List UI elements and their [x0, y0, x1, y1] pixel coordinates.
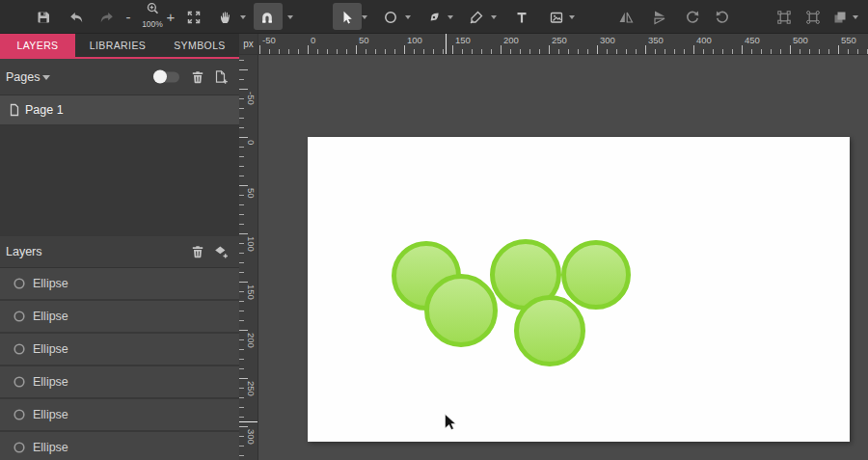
- ruler-label: 250: [552, 35, 567, 45]
- ruler-label: 50: [359, 35, 369, 45]
- vertical-ruler: -50050100150200250300: [239, 55, 258, 460]
- undo-icon[interactable]: [68, 0, 85, 34]
- pages-empty-area: [0, 125, 239, 236]
- cursor-y-marker: [239, 421, 258, 422]
- ruler-label: 550: [841, 35, 856, 45]
- toggle-knob: [153, 70, 167, 84]
- ruler-label: 500: [793, 35, 808, 45]
- ruler-label: 200: [503, 35, 519, 45]
- ruler-label: 200: [246, 333, 257, 348]
- page-label: Page 1: [25, 103, 64, 117]
- magnifier-icon: [146, 2, 160, 16]
- layer-row-ellipse[interactable]: Ellipse: [0, 399, 239, 430]
- pages-header: Pages: [0, 59, 239, 95]
- ruler-label: 400: [696, 35, 712, 45]
- rotate-ccw-icon[interactable]: [684, 0, 701, 34]
- snap-magnet-icon[interactable]: [258, 0, 276, 34]
- pages-dropdown-icon[interactable]: [42, 75, 50, 80]
- flip-horizontal-icon[interactable]: [617, 0, 635, 34]
- pointer-tool-icon[interactable]: [338, 0, 355, 34]
- ruler-label: 300: [600, 35, 615, 45]
- add-page-icon[interactable]: [213, 69, 229, 85]
- ellipse-layer-icon: [12, 407, 27, 422]
- horizontal-ruler: -50050100150200250300350400450500550: [258, 34, 868, 55]
- ellipse-shape[interactable]: [424, 274, 498, 347]
- ellipse-layer-icon: [12, 276, 27, 291]
- pen-tool-dropdown[interactable]: [448, 15, 453, 19]
- ellipse-layer-icon: [12, 309, 27, 324]
- layer-label: Ellipse: [33, 441, 68, 454]
- ellipse-shape[interactable]: [561, 240, 631, 310]
- delete-layer-icon[interactable]: [190, 244, 205, 259]
- panel-tabbar: LAYERS LIBRARIES SYMBOLS: [0, 34, 239, 59]
- ellipse-layer-icon: [12, 440, 27, 455]
- pages-toggle[interactable]: [154, 71, 179, 82]
- rotate-cw-icon[interactable]: [714, 0, 731, 34]
- layer-row-ellipse[interactable]: Ellipse: [0, 432, 239, 460]
- text-tool-icon[interactable]: [513, 0, 530, 34]
- ruler-label: 300: [246, 429, 257, 445]
- pointer-tool-dropdown[interactable]: [362, 15, 367, 19]
- layer-row-ellipse[interactable]: Ellipse: [0, 268, 239, 299]
- ruler-label: 350: [648, 35, 664, 45]
- delete-page-icon[interactable]: [190, 69, 205, 85]
- zoom-in-button[interactable]: +: [162, 0, 179, 34]
- ruler-label: 150: [455, 35, 471, 45]
- image-tool-icon[interactable]: [548, 0, 565, 34]
- layer-label: Ellipse: [33, 342, 68, 356]
- ruler-label: -50: [262, 35, 276, 45]
- layer-row-ellipse[interactable]: Ellipse: [0, 366, 239, 397]
- arrange-icon[interactable]: [831, 0, 849, 34]
- flip-vertical-icon[interactable]: [651, 0, 668, 34]
- fit-screen-icon[interactable]: [185, 0, 203, 34]
- tab-symbols[interactable]: SYMBOLS: [160, 34, 239, 57]
- page-list-item[interactable]: Page 1: [0, 95, 239, 125]
- image-tool-dropdown[interactable]: [569, 15, 575, 19]
- layer-row-ellipse[interactable]: Ellipse: [0, 334, 239, 365]
- page-icon: [7, 102, 22, 118]
- pen-tool-icon[interactable]: [425, 0, 443, 34]
- ellipse-tool-dropdown[interactable]: [405, 15, 411, 19]
- ruler-unit[interactable]: px: [239, 34, 258, 55]
- layer-label: Ellipse: [33, 277, 68, 290]
- ruler-label: 100: [407, 35, 422, 45]
- zoom-out-button[interactable]: -: [120, 0, 137, 34]
- hand-tool-dropdown[interactable]: [240, 15, 246, 19]
- add-layer-icon[interactable]: [213, 244, 229, 259]
- cursor-x-marker: [446, 34, 447, 54]
- layer-label: Ellipse: [33, 375, 68, 389]
- knife-tool-dropdown[interactable]: [491, 15, 497, 19]
- ruler-label: 50: [246, 188, 257, 199]
- redo-icon[interactable]: [98, 0, 116, 34]
- layer-row-ellipse[interactable]: Ellipse: [0, 301, 239, 332]
- app-window: - 100% +: [0, 0, 868, 460]
- layers-header: Layers: [0, 236, 239, 268]
- tab-libraries[interactable]: LIBRARIES: [75, 34, 160, 57]
- ellipse-layer-icon: [12, 374, 27, 390]
- ellipse-tool-icon[interactable]: [382, 0, 399, 34]
- layers-title: Layers: [6, 245, 42, 258]
- ruler-label: 100: [246, 236, 257, 252]
- layers-list: Ellipse Ellipse Ellipse Ellipse Ellipse …: [0, 268, 239, 460]
- ruler-label: 250: [246, 381, 257, 396]
- layer-label: Ellipse: [33, 408, 68, 421]
- mouse-cursor: [445, 414, 457, 431]
- group-icon[interactable]: [775, 0, 793, 34]
- ruler-label: 0: [311, 35, 315, 45]
- hand-tool-icon[interactable]: [217, 0, 234, 34]
- ruler-label: 150: [246, 284, 257, 300]
- ruler-label: 450: [745, 35, 760, 45]
- ruler-label: 0: [246, 140, 257, 145]
- ellipse-layer-icon: [12, 341, 27, 357]
- ungroup-icon[interactable]: [804, 0, 822, 34]
- pages-title: Pages: [6, 70, 40, 84]
- arrange-dropdown[interactable]: [853, 15, 858, 19]
- ruler-label: -50: [246, 92, 257, 105]
- save-icon[interactable]: [35, 0, 52, 34]
- layer-label: Ellipse: [33, 310, 68, 323]
- toolbar: - 100% +: [0, 0, 868, 34]
- knife-tool-icon[interactable]: [468, 0, 485, 34]
- snap-dropdown[interactable]: [287, 15, 293, 19]
- tab-layers[interactable]: LAYERS: [0, 34, 75, 57]
- ellipse-shape[interactable]: [514, 295, 585, 366]
